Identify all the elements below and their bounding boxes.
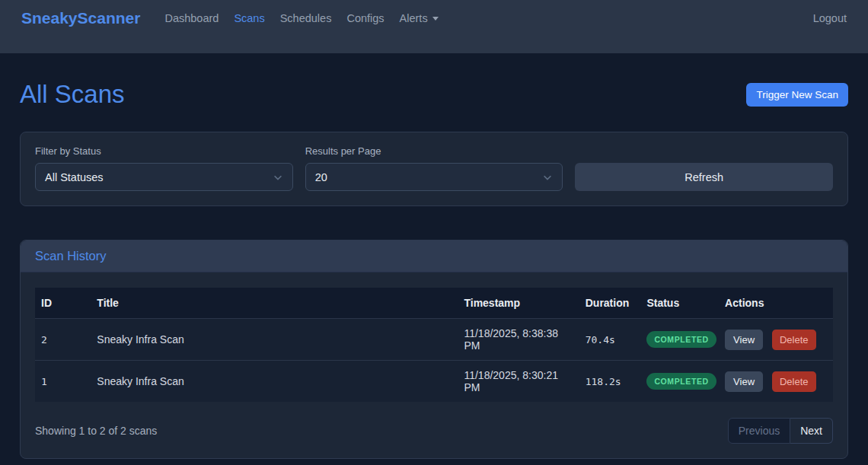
nav-link-scans[interactable]: Scans <box>228 12 270 24</box>
view-button[interactable]: View <box>725 330 763 350</box>
table-header-row: ID Title Timestamp Duration Status Actio… <box>35 288 833 319</box>
nav-link-configs[interactable]: Configs <box>341 12 389 24</box>
status-badge: COMPLETED <box>646 373 716 390</box>
caret-down-icon <box>432 17 439 21</box>
scan-timestamp: 11/18/2025, 8:38:38 PM <box>458 319 579 361</box>
scan-id: 1 <box>35 361 91 403</box>
scan-history-title: Scan History <box>35 249 107 263</box>
delete-button[interactable]: Delete <box>772 371 816 392</box>
status-badge: COMPLETED <box>646 331 716 348</box>
column-header-timestamp: Timestamp <box>458 288 579 319</box>
view-button[interactable]: View <box>725 371 763 392</box>
navbar: SneakyScanner Dashboard Scans Schedules … <box>0 0 868 53</box>
scan-timestamp: 11/18/2025, 8:30:21 PM <box>458 361 579 403</box>
column-header-id: ID <box>35 288 91 319</box>
column-header-actions: Actions <box>719 288 833 319</box>
nav-link-alerts-label: Alerts <box>400 12 428 24</box>
trigger-new-scan-button[interactable]: Trigger New Scan <box>746 83 848 107</box>
delete-button[interactable]: Delete <box>772 330 816 350</box>
chevron-down-icon <box>542 172 553 183</box>
logout-link[interactable]: Logout <box>813 12 847 24</box>
nav-link-schedules[interactable]: Schedules <box>275 12 337 24</box>
main-content: All Scans Trigger New Scan Filter by Sta… <box>0 80 868 459</box>
per-page-value: 20 <box>315 171 327 183</box>
table-row: 1 Sneaky Infra Scan 11/18/2025, 8:30:21 … <box>35 361 833 403</box>
scan-title: Sneaky Infra Scan <box>91 319 458 361</box>
scan-history-card: Scan History ID Title Timestamp Duration… <box>20 240 848 459</box>
table-row: 2 Sneaky Infra Scan 11/18/2025, 8:38:38 … <box>35 319 833 361</box>
column-header-duration: Duration <box>579 288 641 319</box>
column-header-title: Title <box>91 288 458 319</box>
status-filter-label: Filter by Status <box>35 145 293 157</box>
nav-links: Dashboard Scans Schedules Configs Alerts <box>157 12 445 24</box>
per-page-label: Results per Page <box>305 145 563 157</box>
page-title: All Scans <box>20 80 125 109</box>
scan-id: 2 <box>35 319 91 361</box>
status-filter-select[interactable]: All Statuses <box>35 163 293 191</box>
pagination: Previous Next <box>728 418 833 444</box>
chevron-down-icon <box>273 172 283 183</box>
scan-duration: 70.4s <box>579 319 641 361</box>
per-page-select[interactable]: 20 <box>305 163 563 191</box>
nav-link-dashboard[interactable]: Dashboard <box>159 12 224 24</box>
status-filter-value: All Statuses <box>45 171 104 183</box>
refresh-button[interactable]: Refresh <box>575 163 833 191</box>
column-header-status: Status <box>640 288 719 319</box>
nav-link-alerts[interactable]: Alerts <box>394 12 444 24</box>
showing-summary: Showing 1 to 2 of 2 scans <box>35 425 157 437</box>
previous-page-button[interactable]: Previous <box>728 418 790 444</box>
filter-card: Filter by Status All Statuses Results pe… <box>20 132 848 206</box>
brand-logo[interactable]: SneakyScanner <box>21 9 140 27</box>
scan-history-header: Scan History <box>21 240 847 272</box>
scan-title: Sneaky Infra Scan <box>91 361 458 403</box>
scan-history-table: ID Title Timestamp Duration Status Actio… <box>35 288 833 402</box>
scan-duration: 118.2s <box>579 361 641 403</box>
next-page-button[interactable]: Next <box>790 418 833 444</box>
